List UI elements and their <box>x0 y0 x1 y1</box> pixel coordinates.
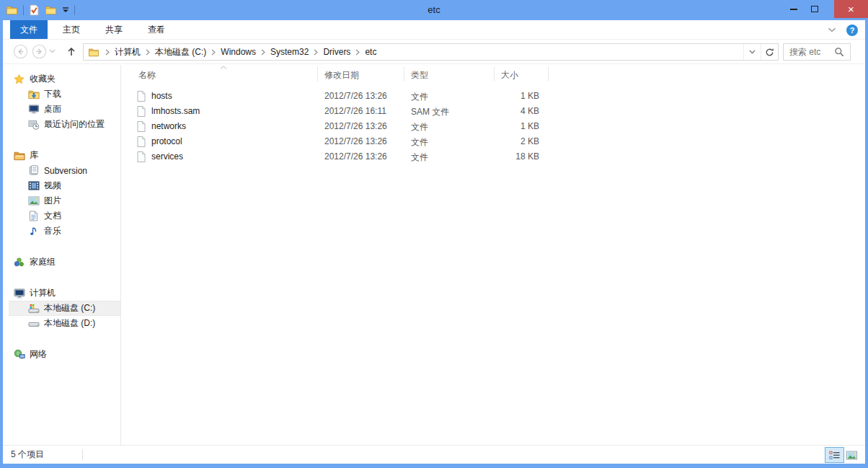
breadcrumb-separator-icon[interactable] <box>355 49 360 56</box>
search-input[interactable] <box>789 47 834 57</box>
column-header-date[interactable]: 修改日期 <box>324 69 359 81</box>
file-type: 文件 <box>411 91 428 103</box>
window-body: 文件 主页 共享 查看 ? 计算机 <box>3 20 865 464</box>
column-divider[interactable] <box>317 66 318 81</box>
file-icon <box>137 136 146 147</box>
forward-button[interactable] <box>32 44 47 59</box>
recent-locations-chevron-icon[interactable] <box>49 49 56 53</box>
file-icon <box>137 91 146 102</box>
sidebar-item-documents[interactable]: 文档 <box>3 208 120 224</box>
sidebar-item-network[interactable]: 网络 <box>3 347 120 362</box>
breadcrumb-separator-icon[interactable] <box>146 49 150 56</box>
breadcrumb-separator-icon[interactable] <box>211 49 216 56</box>
tab-share[interactable]: 共享 <box>95 20 133 39</box>
column-header-name[interactable]: 名称 <box>138 69 156 81</box>
file-rows: hosts 2012/7/26 13:26 文件 1 KB lmhosts.sa… <box>122 89 865 164</box>
close-icon: × <box>848 3 854 15</box>
file-icon <box>137 121 146 132</box>
sidebar-item-music[interactable]: 音乐 <box>3 224 120 239</box>
file-row-protocol[interactable]: protocol 2012/7/26 13:26 文件 2 KB <box>122 134 865 149</box>
downloads-folder-icon <box>27 89 40 100</box>
sidebar-item-pictures[interactable]: 图片 <box>3 193 120 208</box>
content-area: 收藏夹 下载 桌面 最近访问的位置 <box>3 65 865 445</box>
homegroup-icon <box>13 257 25 268</box>
tab-file[interactable]: 文件 <box>10 20 48 39</box>
file-date: 2012/7/26 13:26 <box>324 91 387 101</box>
sidebar-item-label: 文档 <box>44 210 61 222</box>
tab-view[interactable]: 查看 <box>138 20 175 39</box>
sidebar-item-downloads[interactable]: 下载 <box>3 87 120 102</box>
file-date: 2012/7/26 13:26 <box>324 136 387 146</box>
sidebar-item-recent-places[interactable]: 最近访问的位置 <box>3 117 120 132</box>
breadcrumb-item-computer[interactable]: 计算机 <box>112 44 143 60</box>
music-icon <box>27 226 40 237</box>
sidebar-item-homegroup[interactable]: 家庭组 <box>3 255 120 270</box>
back-button[interactable] <box>13 44 28 59</box>
status-bar: 5 个项目 <box>3 445 865 464</box>
library-generic-icon <box>27 165 40 176</box>
column-divider[interactable] <box>548 66 549 81</box>
file-type: 文件 <box>411 136 428 149</box>
file-type: 文件 <box>411 151 428 164</box>
file-date: 2012/7/26 13:26 <box>324 121 387 131</box>
ribbon-tab-bar: 文件 主页 共享 查看 ? <box>3 20 865 40</box>
sidebar-item-videos[interactable]: 视频 <box>3 178 120 193</box>
details-view-button[interactable] <box>825 447 844 463</box>
file-row-services[interactable]: services 2012/7/26 13:26 文件 18 KB <box>122 149 865 164</box>
sidebar-item-computer[interactable]: 计算机 <box>3 286 120 301</box>
sidebar-item-local-disk-c[interactable]: 本地磁盘 (C:) <box>9 301 120 316</box>
sidebar-item-label: 下载 <box>44 88 61 100</box>
file-row-lmhosts[interactable]: lmhosts.sam 2012/7/26 16:11 SAM 文件 4 KB <box>122 104 865 119</box>
column-divider[interactable] <box>404 66 404 81</box>
file-name: hosts <box>151 91 172 101</box>
folder-icon[interactable] <box>88 48 99 57</box>
file-row-hosts[interactable]: hosts 2012/7/26 13:26 文件 1 KB <box>122 89 865 104</box>
breadcrumb-item-windows[interactable]: Windows <box>218 44 259 60</box>
refresh-icon[interactable] <box>761 44 778 60</box>
breadcrumb-item-local-disk-c[interactable]: 本地磁盘 (C:) <box>152 44 209 60</box>
breadcrumb-separator-icon[interactable] <box>105 49 110 56</box>
thumbnail-view-button[interactable] <box>842 447 862 463</box>
file-name: lmhosts.sam <box>151 106 200 116</box>
sidebar-item-libraries[interactable]: 库 <box>3 148 120 163</box>
search-box <box>783 43 851 61</box>
address-dropdown-chevron-icon[interactable] <box>743 44 761 60</box>
column-header-size[interactable]: 大小 <box>501 69 518 81</box>
breadcrumb-item-etc[interactable]: etc <box>362 44 379 60</box>
help-icon[interactable]: ? <box>846 25 858 36</box>
minimize-button[interactable] <box>783 0 804 18</box>
file-name: protocol <box>151 136 182 146</box>
search-icon[interactable] <box>834 47 844 57</box>
file-size: 18 KB <box>494 151 539 162</box>
network-icon <box>13 349 25 360</box>
close-button[interactable]: × <box>834 0 868 18</box>
file-date: 2012/7/26 13:26 <box>324 151 387 162</box>
breadcrumb-item-system32[interactable]: System32 <box>267 44 311 60</box>
sidebar-item-label: 音乐 <box>44 225 61 237</box>
sidebar-item-subversion[interactable]: Subversion <box>3 163 120 178</box>
file-date: 2012/7/26 16:11 <box>324 106 386 116</box>
breadcrumb-item-drivers[interactable]: Drivers <box>320 44 353 60</box>
sidebar-item-label: 本地磁盘 (C:) <box>44 302 95 314</box>
minimize-ribbon-chevron-icon[interactable] <box>828 27 836 32</box>
sidebar-item-desktop[interactable]: 桌面 <box>3 102 120 117</box>
sidebar-item-favorites[interactable]: 收藏夹 <box>3 71 120 87</box>
item-count: 5 个项目 <box>11 446 44 464</box>
maximize-icon <box>811 6 818 12</box>
sidebar-item-local-disk-d[interactable]: 本地磁盘 (D:) <box>3 316 120 331</box>
up-button[interactable] <box>66 46 76 57</box>
maximize-button[interactable] <box>804 0 825 18</box>
minimize-icon <box>790 9 797 10</box>
libraries-icon <box>13 151 25 161</box>
computer-icon <box>13 288 25 299</box>
breadcrumb-separator-icon[interactable] <box>314 49 318 56</box>
pictures-icon <box>27 196 40 206</box>
column-header-type[interactable]: 类型 <box>411 69 428 81</box>
breadcrumb-separator-icon[interactable] <box>261 49 265 56</box>
tab-home[interactable]: 主页 <box>53 20 90 39</box>
column-divider[interactable] <box>494 66 495 81</box>
sort-ascending-icon <box>220 66 227 69</box>
column-header-row: 名称 修改日期 类型 大小 <box>122 65 865 83</box>
sidebar-item-label: 最近访问的位置 <box>44 118 105 131</box>
file-row-networks[interactable]: networks 2012/7/26 13:26 文件 1 KB <box>122 119 865 134</box>
